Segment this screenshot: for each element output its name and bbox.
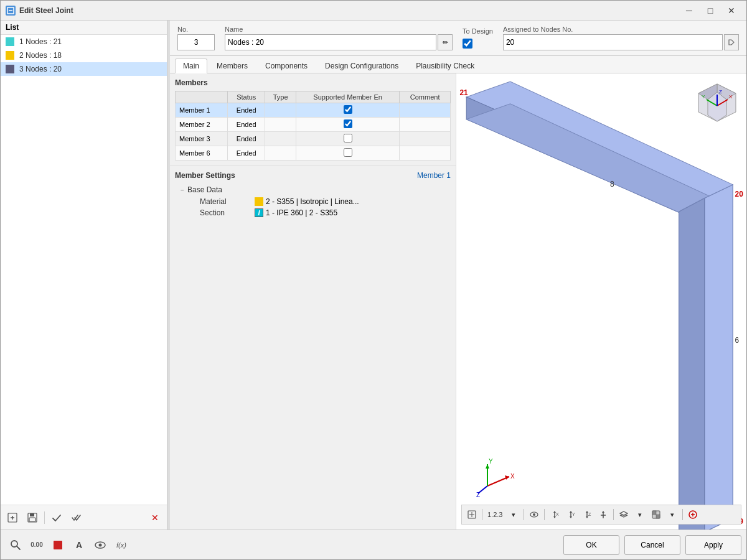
list-item-1[interactable]: 1 Nodes : 21 bbox=[1, 35, 167, 49]
tab-main-left: Members Status Type Supported Member En … bbox=[170, 73, 456, 530]
view-tool-button[interactable] bbox=[90, 535, 110, 555]
check-all-button[interactable] bbox=[67, 509, 86, 526]
section-value-text: 1 - IPE 360 | 2 - S355 bbox=[266, 208, 337, 217]
svg-text:Y: Y bbox=[572, 512, 575, 516]
vp-settings-btn[interactable] bbox=[464, 507, 479, 522]
svg-text:Y: Y bbox=[489, 458, 493, 465]
tab-plausibility[interactable]: Plausibility Check bbox=[408, 58, 482, 73]
vp-axis-x-btn[interactable]: X bbox=[547, 507, 562, 522]
tree-material-item: Material 2 - S355 | Isotropic | Linea... bbox=[175, 196, 451, 207]
list-container: 1 Nodes : 21 2 Nodes : 18 3 Nodes : 20 bbox=[1, 35, 167, 505]
member-name-3: Member 3 bbox=[176, 132, 228, 146]
svg-text:20: 20 bbox=[735, 190, 744, 198]
tab-design-configs[interactable]: Design Configurations bbox=[317, 58, 406, 73]
search-tool-button[interactable] bbox=[6, 535, 26, 555]
check-button[interactable] bbox=[47, 509, 66, 526]
text-tool-button[interactable]: A bbox=[69, 535, 89, 555]
vp-eye-btn[interactable] bbox=[527, 507, 542, 522]
tree-material-value: 2 - S355 | Isotropic | Linea... bbox=[255, 197, 359, 206]
delete-button[interactable]: ✕ bbox=[146, 509, 164, 526]
window-controls: ─ □ ✕ bbox=[679, 3, 741, 18]
name-edit-button[interactable]: ✏ bbox=[438, 34, 453, 50]
color-tool-button[interactable] bbox=[48, 535, 68, 555]
member-settings-section: Member Settings Member 1 − Base Data Mat… bbox=[170, 166, 456, 223]
list-item-color-3 bbox=[6, 65, 14, 73]
value-tool-button[interactable]: 0.00 bbox=[27, 535, 47, 555]
vp-render-dropdown[interactable]: ▾ bbox=[665, 507, 680, 522]
svg-rect-61 bbox=[652, 511, 656, 515]
app-icon bbox=[6, 6, 16, 16]
to-design-field: To Design bbox=[463, 27, 493, 49]
save-joint-button[interactable] bbox=[23, 509, 42, 526]
list-item-3[interactable]: 3 Nodes : 20 bbox=[1, 62, 167, 76]
list-item-label-3: 3 Nodes : 20 bbox=[19, 65, 62, 73]
supported-checkbox-2[interactable] bbox=[344, 119, 352, 128]
svg-text:Z: Z bbox=[588, 512, 591, 516]
supported-checkbox-3[interactable] bbox=[344, 134, 352, 142]
ok-button[interactable]: OK bbox=[563, 535, 619, 555]
vp-plus-z-btn[interactable] bbox=[596, 507, 611, 522]
formula-tool-button[interactable]: f(x) bbox=[111, 535, 131, 555]
assigned-select-button[interactable] bbox=[724, 34, 739, 50]
member-comment-2 bbox=[400, 118, 451, 132]
left-toolbar: ✕ bbox=[1, 505, 167, 530]
table-row[interactable]: Member 1 Ended bbox=[176, 103, 451, 118]
viewport-toolbar: 1.2.3 ▾ X Y Z bbox=[461, 505, 741, 525]
vp-numbering-btn[interactable]: 1.2.3 bbox=[485, 507, 505, 522]
col-supported-header: Supported Member En bbox=[296, 91, 399, 103]
minimize-button[interactable]: ─ bbox=[679, 3, 699, 18]
vp-layers-dropdown[interactable]: ▾ bbox=[632, 507, 647, 522]
supported-checkbox-1[interactable] bbox=[344, 105, 352, 114]
member-type-2 bbox=[265, 118, 296, 132]
member-supported-1[interactable] bbox=[296, 103, 399, 118]
tree-base-data-label: Base Data bbox=[187, 185, 222, 194]
tab-members[interactable]: Members bbox=[209, 58, 256, 73]
tree-section-label: Section bbox=[200, 208, 250, 217]
apply-button[interactable]: Apply bbox=[685, 535, 741, 555]
vp-layers-btn[interactable] bbox=[616, 507, 631, 522]
table-row[interactable]: Member 2 Ended bbox=[176, 118, 451, 132]
name-field-group: Name ✏ bbox=[225, 26, 453, 50]
member-supported-4[interactable] bbox=[296, 146, 399, 161]
member-supported-3[interactable] bbox=[296, 132, 399, 146]
members-section-label: Members bbox=[175, 78, 451, 87]
name-input[interactable] bbox=[225, 34, 436, 50]
name-label: Name bbox=[225, 26, 453, 33]
table-row[interactable]: Member 6 Ended bbox=[176, 146, 451, 161]
tab-main[interactable]: Main bbox=[175, 58, 207, 73]
close-button[interactable]: ✕ bbox=[721, 3, 741, 18]
vp-numbering-dropdown[interactable]: ▾ bbox=[506, 507, 521, 522]
tree-collapse-icon[interactable]: − bbox=[177, 185, 187, 195]
svg-marker-55 bbox=[602, 511, 604, 513]
svg-marker-23 bbox=[679, 185, 733, 530]
vp-axis-y-btn[interactable]: Y bbox=[563, 507, 578, 522]
maximize-button[interactable]: □ bbox=[700, 3, 720, 18]
members-section: Members Status Type Supported Member En … bbox=[170, 73, 456, 166]
member-supported-2[interactable] bbox=[296, 118, 399, 132]
vp-sep-2 bbox=[524, 509, 524, 520]
no-input[interactable] bbox=[177, 34, 215, 50]
top-fields: No. Name ✏ To Design Assigned to Nodes N… bbox=[170, 21, 746, 56]
assigned-input[interactable] bbox=[503, 34, 723, 50]
vp-render-btn[interactable] bbox=[649, 507, 664, 522]
member-type-4 bbox=[265, 146, 296, 161]
vp-sep-5 bbox=[682, 509, 683, 520]
svg-marker-59 bbox=[620, 515, 627, 517]
list-item-2[interactable]: 2 Nodes : 18 bbox=[1, 49, 167, 62]
vp-sep-1 bbox=[482, 509, 482, 520]
supported-checkbox-4[interactable] bbox=[344, 148, 352, 157]
viewport[interactable]: X Y Z bbox=[456, 73, 746, 530]
vp-axis-z-btn[interactable]: Z bbox=[580, 507, 594, 522]
to-design-checkbox[interactable] bbox=[463, 39, 472, 49]
tab-components[interactable]: Components bbox=[257, 58, 316, 73]
svg-rect-62 bbox=[656, 515, 660, 518]
table-row[interactable]: Member 3 Ended bbox=[176, 132, 451, 146]
vp-measure-btn[interactable] bbox=[685, 507, 700, 522]
new-joint-button[interactable] bbox=[3, 509, 22, 526]
cancel-button[interactable]: Cancel bbox=[624, 535, 680, 555]
settings-header: Member Settings Member 1 bbox=[175, 171, 451, 180]
col-type-header: Type bbox=[265, 91, 296, 103]
tree-section-item: Section I 1 - IPE 360 | 2 - S355 bbox=[175, 207, 451, 218]
list-item-color-2 bbox=[6, 51, 14, 60]
tree-base-data[interactable]: − Base Data bbox=[175, 184, 451, 196]
